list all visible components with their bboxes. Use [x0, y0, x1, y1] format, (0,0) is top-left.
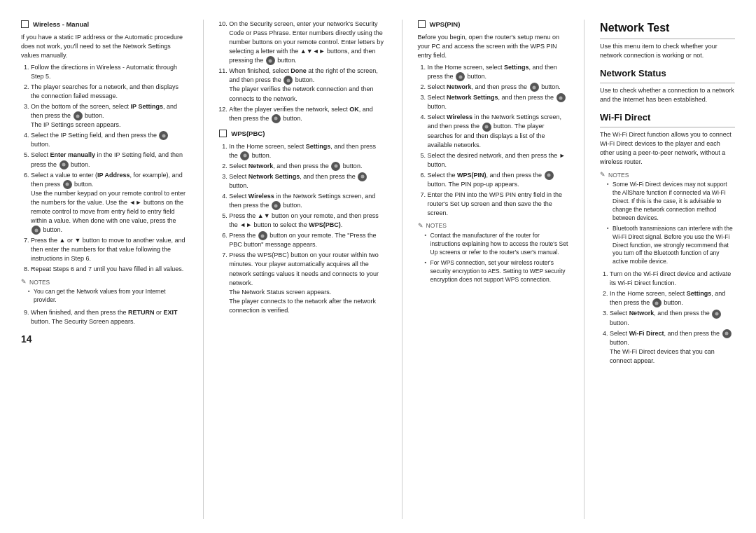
wpspbc-checkbox — [219, 130, 227, 137]
column-2: On the Security screen, enter your netwo… — [219, 20, 386, 519]
notes-label-wifi: NOTES — [608, 171, 629, 179]
wifi-direct-steps: Turn on the Wi-Fi direct device and acti… — [600, 270, 735, 366]
notes-header-1: ✎ NOTES — [21, 277, 188, 286]
wpspin-step-3: Select Network Settings, and then press … — [428, 93, 569, 111]
steps-10-12: On the Security screen, enter your netwo… — [219, 20, 386, 123]
wpspbc-header: WPS(PBC) — [219, 129, 386, 139]
wifi-step-4: Select Wi-Fi Direct, and then press the … — [610, 329, 735, 366]
notes-label-3: NOTES — [426, 221, 447, 230]
note-3-1: Contact the manufacturer of the router f… — [425, 232, 569, 257]
notes-label-1: NOTES — [29, 278, 50, 286]
wpspin-step-7: Enter the PIN into the WPS PIN entry fie… — [428, 191, 569, 218]
wireless-manual-intro: If you have a static IP address or the A… — [21, 33, 188, 60]
wireless-manual-title: Wireless - Manual — [33, 20, 89, 29]
wpspbc-title: WPS(PBC) — [231, 129, 265, 139]
wpspin-step-6: Select the WPS(PIN), and then press the … — [428, 171, 569, 189]
notes-header-wifi: ✎ NOTES — [600, 170, 735, 179]
divider-3 — [584, 20, 584, 519]
notes-list-3: Contact the manufacturer of the router f… — [418, 232, 569, 284]
wpspin-step-5: Select the desired network, and then pre… — [428, 151, 569, 169]
column-3: WPS(PIN) Before you begin, open the rout… — [418, 20, 569, 519]
step-5: Select Enter manually in the IP Setting … — [31, 151, 188, 169]
column-4: Network Test Use this menu item to check… — [600, 20, 735, 519]
page-number: 14 — [21, 332, 188, 346]
network-status-title: Network Status — [600, 67, 735, 83]
wpspin-step-2: Select Network, and then press the butto… — [428, 83, 569, 92]
wpspin-steps: In the Home screen, select Settings, and… — [418, 63, 569, 218]
step-4: Select the IP Setting field, and then pr… — [31, 131, 188, 149]
network-test-title: Network Test — [600, 20, 735, 39]
wifi-step-2: In the Home screen, select Settings, and… — [610, 289, 735, 307]
notes-icon-3: ✎ — [418, 221, 424, 230]
step-9: When finished, and then press the RETURN… — [31, 308, 188, 326]
notes-header-3: ✎ NOTES — [418, 221, 569, 230]
step-8: Repeat Steps 6 and 7 until you have fill… — [31, 265, 188, 274]
notes-list-1: You can get the Network values from your… — [21, 288, 188, 305]
wpspin-step-4: Select Wireless in the Network Settings … — [428, 113, 569, 149]
step-10: On the Security screen, enter your netwo… — [229, 20, 386, 65]
checkbox-icon — [21, 20, 29, 28]
step-3: On the bottom of the screen, select IP S… — [31, 102, 188, 130]
content: Wireless - Manual If you have a static I… — [21, 20, 735, 519]
note-wifi-2: Bluetooth transmissions can interfere wi… — [607, 225, 735, 266]
notes-icon-wifi: ✎ — [600, 170, 606, 179]
wifi-step-1: Turn on the Wi-Fi direct device and acti… — [610, 270, 735, 288]
step-11: When finished, select Done at the right … — [229, 67, 386, 103]
wpspbc-step-1: In the Home screen, select Settings, and… — [229, 142, 386, 160]
step-1: Follow the directions in Wireless - Auto… — [31, 63, 188, 81]
notes-icon-1: ✎ — [21, 277, 27, 286]
divider-1 — [203, 20, 204, 519]
wifi-direct-text: The Wi-Fi Direct function allows you to … — [600, 130, 735, 167]
notes-section-wifi: ✎ NOTES Some Wi-Fi Direct devices may no… — [600, 170, 735, 266]
note-1-1: You can get the Network values from your… — [28, 288, 188, 305]
wpspin-title: WPS(PIN) — [430, 20, 461, 29]
column-1: Wireless - Manual If you have a static I… — [21, 20, 188, 519]
step-7: Press the ▲ or ▼ button to move to anoth… — [31, 236, 188, 263]
wpspbc-step-7: Press the WPS(PBC) button on your router… — [229, 251, 386, 314]
wpspbc-step-5: Press the ▲▼ button on your remote, and … — [229, 212, 386, 230]
note-wifi-1: Some Wi-Fi Direct devices may not suppor… — [607, 181, 735, 222]
wifi-step-3: Select Network, and then press the butto… — [610, 309, 735, 327]
notes-section-1: ✎ NOTES You can get the Network values f… — [21, 277, 188, 305]
notes-list-wifi: Some Wi-Fi Direct devices may not suppor… — [600, 181, 735, 266]
notes-section-3: ✎ NOTES Contact the manufacturer of the … — [418, 221, 569, 284]
network-status-text: Use to check whether a connection to a n… — [600, 86, 735, 104]
wireless-manual-steps-cont: When finished, and then press the RETURN… — [21, 308, 188, 326]
step-12: After the player verifies the network, s… — [229, 105, 386, 123]
page: Wireless - Manual If you have a static I… — [0, 0, 756, 533]
wpspbc-step-4: Select Wireless in the Network Settings … — [229, 192, 386, 210]
step-2: The player searches for a network, and t… — [31, 83, 188, 101]
wpspbc-step-3: Select Network Settings, and then press … — [229, 172, 386, 191]
wpspbc-step-6: Press the button on your remote. The "Pr… — [229, 231, 386, 249]
divider-2 — [402, 20, 402, 519]
wifi-direct-title: Wi-Fi Direct — [600, 111, 735, 127]
note-3-2: For WPS connection, set your wireless ro… — [425, 259, 569, 284]
wireless-manual-steps: Follow the directions in Wireless - Auto… — [21, 63, 188, 274]
wpspin-step-1: In the Home screen, select Settings, and… — [428, 63, 569, 81]
wpspin-checkbox — [418, 20, 426, 28]
step-6: Select a value to enter (IP Address, for… — [31, 171, 188, 235]
wpspbc-steps: In the Home screen, select Settings, and… — [219, 142, 386, 315]
wireless-manual-header: Wireless - Manual — [21, 20, 188, 29]
wpspbc-step-2: Select Network, and then press the butto… — [229, 162, 386, 171]
network-test-text: Use this menu item to check whether your… — [600, 42, 735, 60]
wpspin-header: WPS(PIN) — [418, 20, 569, 29]
wpspin-intro: Before you begin, open the router's setu… — [418, 33, 569, 60]
